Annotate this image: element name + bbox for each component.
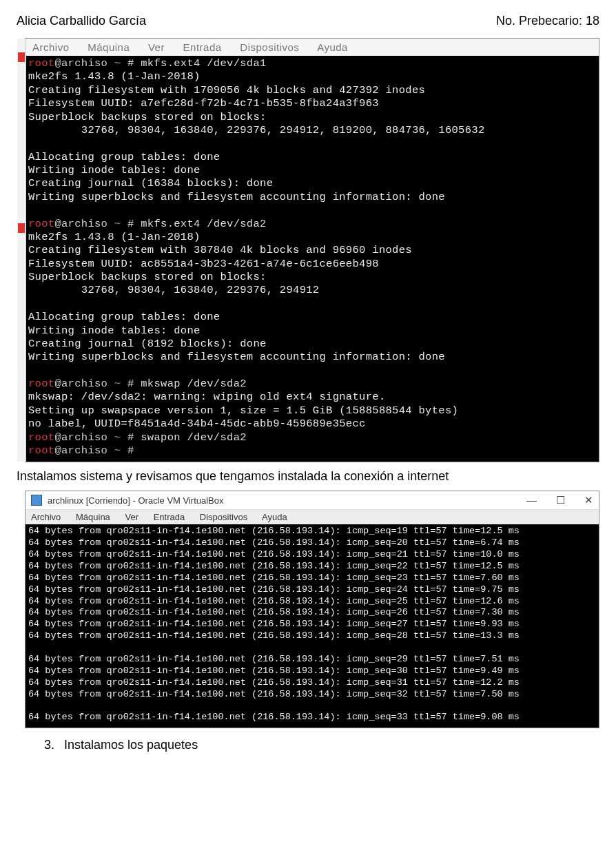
minimize-button[interactable]: — [526,494,537,506]
list-item-3: 3.Instalamos los paquetes [44,738,599,752]
window-title: archlinux [Corriendo] - Oracle VM Virtua… [48,495,224,506]
close-button[interactable]: ✕ [584,494,593,506]
menu-item[interactable]: Archivo [32,41,70,53]
menu-item[interactable]: Archivo [31,512,61,522]
menu-item[interactable]: Ayuda [262,512,287,522]
list-number: 3. [44,738,54,752]
vm-menu-bar: Archivo Máquina Ver Entrada Dispositivos… [25,510,599,524]
student-id: No. Prebecario: 18 [496,14,599,28]
screenshot-ping: archlinux [Corriendo] - Oracle VM Virtua… [25,491,599,728]
window-controls: — ☐ ✕ [526,494,593,506]
vm-menu-bar: Archivo Máquina Ver Entrada Dispositivos… [25,39,599,56]
caption-text: Instalamos sistema y revisamos que tenga… [17,469,599,484]
menu-item[interactable]: Ver [125,512,138,522]
menu-item[interactable]: Dispositivos [240,41,299,53]
terminal-output-ping: 64 bytes from qro02s11-in-f14.1e100.net … [25,524,599,728]
red-marker-icon [18,52,25,62]
list-text: Instalamos los paquetes [64,738,198,752]
student-name: Alicia Carballido García [17,14,146,28]
menu-item[interactable]: Máquina [88,41,130,53]
maximize-button[interactable]: ☐ [556,494,565,506]
menu-item[interactable]: Entrada [183,41,222,53]
page-header: Alicia Carballido García No. Prebecario:… [17,14,599,28]
menu-item[interactable]: Dispositivos [200,512,247,522]
left-strip [17,39,26,462]
terminal-output: root@archiso ~ # mkfs.ext4 /dev/sda1 mke… [25,56,599,462]
virtualbox-icon [31,495,42,506]
menu-item[interactable]: Máquina [76,512,110,522]
menu-item[interactable]: Entrada [154,512,185,522]
red-marker-icon [18,223,25,233]
window-titlebar: archlinux [Corriendo] - Oracle VM Virtua… [25,491,599,510]
menu-item[interactable]: Ver [148,41,165,53]
screenshot-mkfs: Archivo Máquina Ver Entrada Dispositivos… [25,38,599,462]
menu-item[interactable]: Ayuda [317,41,348,53]
